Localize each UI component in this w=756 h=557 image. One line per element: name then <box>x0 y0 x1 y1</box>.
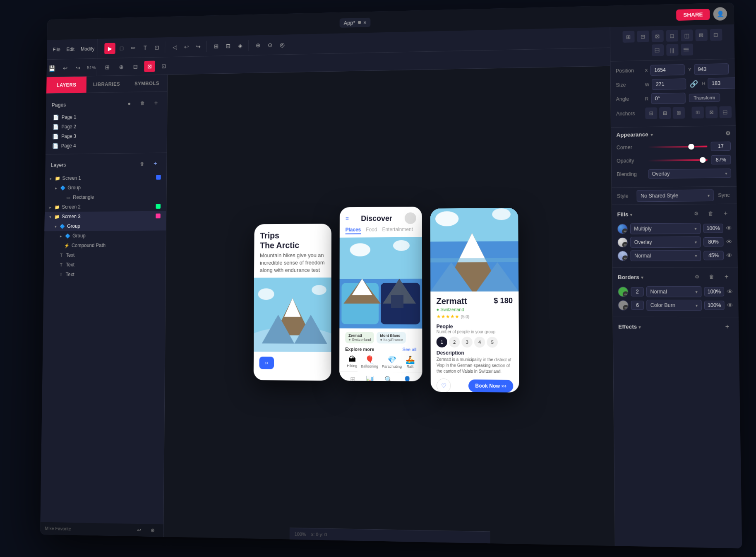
layer-screen1[interactable]: 📁 Screen 1 <box>45 172 166 183</box>
appearance-settings-btn[interactable]: ⚙ <box>725 130 731 136</box>
borders-delete-btn[interactable]: 🗑 <box>706 271 718 283</box>
fill-eye-1[interactable]: 👁 <box>726 225 732 231</box>
borders-add-btn[interactable]: + <box>720 271 733 283</box>
tab-libraries[interactable]: LIBRARIES <box>86 76 127 93</box>
anchor-btn-6[interactable]: ◫ <box>719 106 732 118</box>
num-btn-1[interactable]: 1 <box>437 337 447 347</box>
text-tool[interactable]: T <box>139 42 151 53</box>
border-percent-1[interactable]: 100% <box>704 287 724 297</box>
menu-modify[interactable]: Modify <box>79 45 96 53</box>
guide-tool[interactable]: ⊡ <box>158 60 169 72</box>
layer-compound-path[interactable]: ⚡ Compound Path <box>44 240 166 251</box>
status-btn1[interactable]: ↩ <box>133 524 144 536</box>
zoom-tool[interactable]: ⊕ <box>116 61 127 72</box>
fill-eye-2[interactable]: 👁 <box>726 239 732 245</box>
save-btn[interactable]: 💾 <box>47 63 58 74</box>
tab-close[interactable]: × <box>363 19 366 25</box>
pages-delete-btn[interactable]: 🗑 <box>137 97 148 109</box>
style-select[interactable]: No Shared Style <box>637 189 714 202</box>
layer-group2[interactable]: 🔷 Group <box>44 221 166 231</box>
layer-text1[interactable]: T Text <box>44 250 166 260</box>
num-btn-2[interactable]: 2 <box>449 337 460 347</box>
align-center-v[interactable]: ⊡ <box>710 29 722 41</box>
fill-preview-3[interactable]: ✏ <box>617 251 628 261</box>
phone3-heart-btn[interactable]: ♡ <box>437 379 451 393</box>
symbol-tool[interactable]: ◈ <box>235 40 246 51</box>
share-button[interactable]: SHARE <box>677 8 710 20</box>
fills-add-btn[interactable]: + <box>720 207 732 219</box>
undo-btn[interactable]: ↩ <box>60 62 70 73</box>
border-mode-2[interactable]: Color Burn <box>646 300 702 311</box>
lock-ratio-btn[interactable]: 🔗 <box>690 80 698 88</box>
fill-percent-3[interactable]: 45% <box>703 251 724 260</box>
fill-percent-1[interactable]: 100% <box>703 224 723 233</box>
fill-mode-1[interactable]: Multiply <box>630 223 701 234</box>
num-btn-5[interactable]: 5 <box>487 337 498 347</box>
fills-delete-btn[interactable]: 🗑 <box>705 207 717 219</box>
snap-tool[interactable]: ⊠ <box>144 60 155 72</box>
align-top[interactable]: ⊠ <box>695 29 708 41</box>
num-btn-3[interactable]: 3 <box>461 337 472 347</box>
align-right[interactable]: ◫ <box>681 29 693 41</box>
position-x-input[interactable]: 1654 <box>650 64 685 76</box>
align-col-2[interactable]: ⊟ <box>637 31 649 43</box>
align-bottom[interactable]: ◫ <box>651 44 663 56</box>
image-tool[interactable]: ⊡ <box>151 41 163 53</box>
border-width-2[interactable]: 6 <box>631 301 644 310</box>
corner-value[interactable]: 17 <box>711 142 731 151</box>
border-eye-1[interactable]: 👁 <box>727 288 733 295</box>
redo-tool[interactable]: ↪ <box>193 41 204 52</box>
anchor-btn-1[interactable]: ⊟ <box>645 107 657 119</box>
angle-r-input[interactable]: 0° <box>651 93 685 104</box>
anchor-btn-3[interactable]: ⊠ <box>673 107 685 119</box>
zoom-display[interactable]: 51% <box>86 62 97 73</box>
position-y-input[interactable]: 943 <box>694 63 729 75</box>
grid-tool[interactable]: ⊟ <box>130 61 141 72</box>
layers-add-btn[interactable]: + <box>150 158 161 169</box>
align-distribute-v[interactable]: ||| <box>681 43 693 55</box>
pen-tool[interactable]: ✏ <box>128 42 139 53</box>
redo-btn[interactable]: ↪ <box>73 62 84 73</box>
blending-select[interactable]: Overlay <box>648 169 731 178</box>
border-width-1[interactable]: 2 <box>631 287 644 297</box>
export-tool[interactable]: ⊕ <box>252 39 264 51</box>
border-preview-1[interactable]: ✏ <box>618 287 628 297</box>
zoom-fit[interactable]: ⊞ <box>102 61 113 72</box>
layers-delete-btn[interactable]: 🗑 <box>137 158 148 169</box>
anchor-btn-5[interactable]: ⊠ <box>706 106 718 118</box>
menu-edit[interactable]: Edit <box>65 45 77 53</box>
layer-text2[interactable]: T Text <box>44 260 166 270</box>
fill-eye-3[interactable]: 👁 <box>726 252 732 259</box>
phone3-book-btn[interactable]: Book Now ››› <box>468 379 513 392</box>
flip-tool[interactable]: ◁ <box>169 41 180 53</box>
borders-settings-btn[interactable]: ⚙ <box>691 271 703 283</box>
fills-settings-btn[interactable]: ⚙ <box>690 207 702 219</box>
style-sync-btn[interactable]: Sync <box>716 192 732 198</box>
fill-edit-1[interactable]: ✏ <box>622 229 628 234</box>
pages-add-btn[interactable]: + <box>150 97 161 109</box>
fill-edit-2[interactable]: ✏ <box>622 242 628 247</box>
pages-dot-btn[interactable]: ● <box>124 98 135 109</box>
layer-screen3[interactable]: 📁 Screen 3 <box>45 211 166 222</box>
effects-add-btn[interactable]: + <box>721 321 734 333</box>
fill-edit-3[interactable]: ✏ <box>622 256 628 261</box>
layer-text3[interactable]: T Text <box>44 269 166 279</box>
num-btn-4[interactable]: 4 <box>474 337 485 347</box>
border-mode-1[interactable]: Normal <box>646 286 701 297</box>
border-percent-2[interactable]: 100% <box>704 301 725 310</box>
tab-symbols[interactable]: SYMBOLS <box>127 75 167 92</box>
menu-file[interactable]: File <box>51 46 62 54</box>
page-item-4[interactable]: 📄 Page 4 <box>51 140 161 151</box>
anchor-btn-2[interactable]: ⊞ <box>659 107 671 119</box>
shape-tool[interactable]: □ <box>116 42 127 53</box>
opacity-slider[interactable] <box>648 159 708 162</box>
undo-tool[interactable]: ↩ <box>181 41 192 53</box>
fill-percent-2[interactable]: 80% <box>703 237 724 247</box>
mask-tool[interactable]: ⊟ <box>223 40 234 52</box>
align-col-1[interactable]: ⊞ <box>622 31 634 43</box>
border-preview-2[interactable]: ✏ <box>618 300 629 311</box>
app-tab[interactable]: App* × <box>340 17 371 27</box>
fill-preview-1[interactable]: ✏ <box>617 224 628 234</box>
corner-slider[interactable] <box>648 146 707 148</box>
size-w-input[interactable]: 271 <box>652 78 686 90</box>
